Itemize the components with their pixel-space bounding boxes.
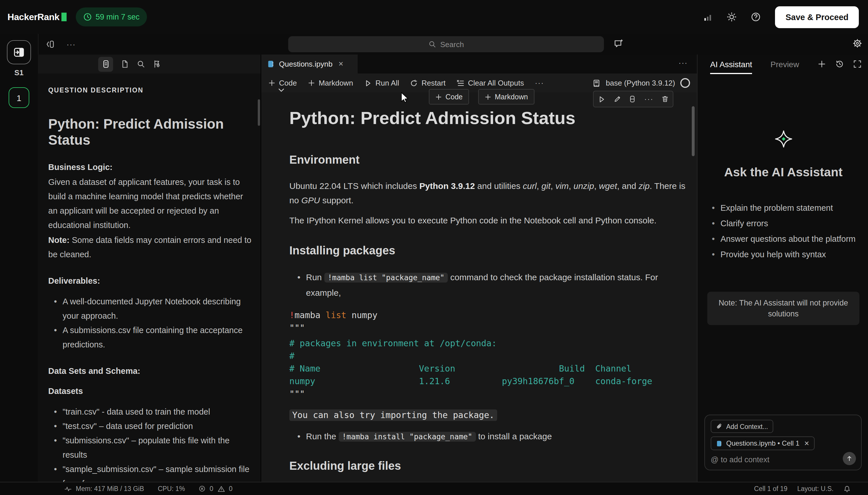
- insert-markdown-cell-button[interactable]: Markdown: [478, 89, 534, 104]
- feedback-chat-icon[interactable]: [613, 38, 623, 49]
- notifications-bell-icon[interactable]: [843, 485, 851, 492]
- edit-pencil-icon[interactable]: [613, 95, 621, 103]
- datasets-header: Data Sets and Schema:: [48, 364, 251, 378]
- insert-code-cell-button[interactable]: Code: [429, 89, 469, 104]
- clock-icon: [83, 13, 91, 21]
- list-item: Provide you help with syntax: [721, 247, 868, 262]
- remove-context-icon[interactable]: ✕: [804, 440, 809, 447]
- debug-flag-icon[interactable]: [153, 60, 161, 68]
- error-count: 0: [210, 485, 213, 492]
- tab-questions-ipynb[interactable]: Questions.ipynb ✕: [261, 54, 358, 73]
- list-item: Answer questions about the platform: [721, 232, 868, 247]
- search-input[interactable]: Search: [288, 36, 604, 52]
- save-proceed-button[interactable]: Save & Proceed: [775, 6, 859, 28]
- list-item: A well-documented Jupyter Notebook descr…: [63, 295, 251, 323]
- help-icon[interactable]: [751, 12, 761, 22]
- question-1-button[interactable]: 1: [8, 87, 29, 108]
- files-tab-icon[interactable]: [121, 60, 129, 68]
- tab-more-options-icon[interactable]: ···: [679, 58, 688, 67]
- restart-icon: [410, 79, 418, 87]
- ai-panel-tabs: AI Assistant Preview: [697, 54, 868, 73]
- question-panel-title: QUESTION DESCRIPTION: [48, 83, 251, 98]
- history-icon[interactable]: [835, 60, 844, 68]
- list-item: Explain the problem statement: [721, 200, 868, 216]
- delete-cell-trash-icon[interactable]: [661, 95, 669, 103]
- theme-brightness-icon[interactable]: [727, 12, 737, 22]
- network-signal-icon[interactable]: [704, 12, 713, 21]
- clear-outputs-icon: [456, 79, 465, 87]
- arrow-up-icon: [846, 455, 853, 462]
- timer-badge: 59 min 7 sec: [75, 7, 147, 27]
- inline-code: !mamba list "package_name": [324, 273, 448, 283]
- kernel-label: base (Python 3.9.12): [606, 79, 675, 87]
- environment-paragraph: Ubuntu 22.04 LTS which includes Python 3…: [289, 178, 697, 207]
- ai-capabilities-list: Explain the problem statement Clarify er…: [697, 200, 868, 262]
- split-cell-icon[interactable]: [629, 95, 636, 103]
- inline-code: !mamba install "package_name": [338, 432, 475, 442]
- deliverables-list: A well-documented Jupyter Notebook descr…: [48, 295, 251, 352]
- import-note-line: You can also try importing the package.: [289, 409, 697, 421]
- close-tab-icon[interactable]: ✕: [338, 60, 343, 68]
- mouse-cursor: [400, 92, 410, 103]
- list-item: "sample_submission.csv" – sample submiss…: [63, 462, 251, 482]
- ai-note: Note: The AI Assistant will not provide …: [707, 292, 860, 325]
- ai-heading: Ask the AI Assistant: [697, 165, 868, 180]
- question-scrollbar[interactable]: [258, 99, 260, 126]
- plus-icon: [268, 79, 276, 87]
- fullscreen-icon[interactable]: [853, 60, 862, 68]
- panel-arrow-icon: [13, 47, 25, 58]
- ai-chat-input-box[interactable]: Add Context... Questions.ipynb • Cell 1 …: [705, 415, 862, 470]
- cell-toolbar: ···: [593, 91, 673, 107]
- list-item: Run !mamba list "package_name" command t…: [306, 270, 662, 300]
- excluding-heading: Excluding large files: [289, 459, 697, 473]
- collapse-panel-icon[interactable]: [46, 40, 55, 49]
- top-bar: HackerRank 59 min 7 sec Save & Proceed: [0, 0, 868, 34]
- cell-more-icon[interactable]: ···: [644, 95, 654, 103]
- toolbar-more-icon[interactable]: ···: [535, 79, 544, 87]
- add-context-button[interactable]: Add Context...: [711, 420, 773, 433]
- restart-button[interactable]: Restart: [410, 79, 446, 87]
- status-bar: Mem: 417 MiB / 13 GiB CPU: 1% 0 0 Cell 1…: [0, 482, 868, 495]
- cpu-indicator: CPU: 1%: [158, 485, 185, 492]
- cell-title: Python: Predict Admission Status: [289, 107, 697, 129]
- tab-ai-assistant[interactable]: AI Assistant: [710, 59, 752, 74]
- tab-label: Questions.ipynb: [279, 60, 332, 68]
- memory-indicator: Mem: 417 MiB / 13 GiB: [76, 485, 144, 492]
- datasets-label: Datasets: [48, 384, 251, 398]
- settings-gear-icon[interactable]: [852, 38, 862, 48]
- secondary-bar: ··· Search: [38, 34, 868, 54]
- business-logic-text: Given a dataset of applicant features, y…: [48, 175, 251, 233]
- plus-icon: [308, 79, 315, 87]
- kernel-status-icon: [680, 78, 690, 88]
- collapse-sidebar-button[interactable]: [7, 40, 31, 64]
- more-options-icon[interactable]: ···: [67, 40, 76, 49]
- code-output-block: # packages in environment at /opt/conda:…: [289, 337, 697, 388]
- new-chat-plus-icon[interactable]: [817, 60, 826, 68]
- kernel-selector[interactable]: base (Python 3.9.12): [593, 78, 690, 88]
- tab-description[interactable]: [98, 56, 113, 71]
- add-markdown-button[interactable]: Markdown: [308, 79, 353, 87]
- run-all-button[interactable]: Run All: [364, 79, 399, 87]
- list-item: "train.csv" - data used to train the mod…: [63, 405, 251, 419]
- send-button[interactable]: [843, 452, 856, 465]
- code-triple-quote: """: [289, 322, 697, 334]
- play-icon: [364, 79, 372, 87]
- list-item: "test.csv" – data used for prediction: [63, 419, 251, 433]
- list-item: Run the !mamba install "package_name" to…: [306, 429, 697, 444]
- run-cell-icon[interactable]: [597, 95, 606, 103]
- installing-heading: Installing packages: [289, 244, 697, 257]
- tab-preview[interactable]: Preview: [770, 59, 799, 69]
- plus-icon: [485, 93, 491, 100]
- layout-indicator[interactable]: Layout: U.S.: [797, 485, 834, 492]
- list-item: "submissions.csv" – populate this file w…: [63, 433, 251, 462]
- notebook-cell-markdown[interactable]: Python: Predict Admission Status Environ…: [261, 92, 697, 482]
- install-list: Run the !mamba install "package_name" to…: [289, 429, 697, 444]
- kernel-icon: [593, 79, 601, 87]
- clear-all-outputs-button[interactable]: Clear All Outputs: [456, 79, 524, 87]
- ai-assistant-panel: AI Assistant Preview Ask the AI Assistan…: [697, 54, 868, 482]
- activity-pulse-icon: [64, 485, 72, 492]
- question-panel-tabs: [38, 54, 261, 73]
- notebook-scrollbar[interactable]: [692, 106, 695, 156]
- search-tab-icon[interactable]: [137, 60, 145, 68]
- context-chip[interactable]: Questions.ipynb • Cell 1 ✕: [711, 437, 815, 450]
